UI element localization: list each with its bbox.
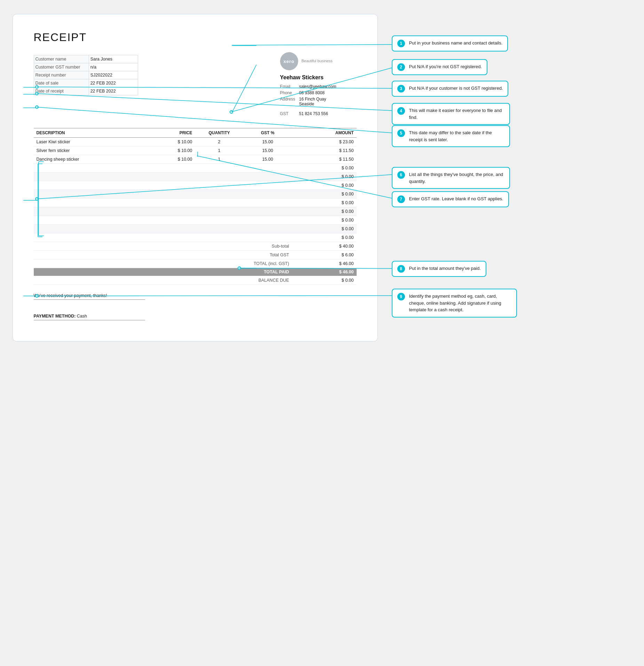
- empty-cell: [195, 233, 244, 242]
- company-detail-value: 16 Finch Quay Seaside: [299, 96, 339, 107]
- xero-logo: xero: [280, 52, 298, 70]
- info-value: 22 FEB 2022: [89, 79, 138, 87]
- total-value: $ 46.00: [292, 259, 357, 268]
- callout-text-3: Put N/A if your customer is not GST regi…: [409, 85, 503, 92]
- empty-cell: [146, 233, 195, 242]
- col-description: DESCRIPTION: [34, 128, 147, 138]
- empty-cell: [244, 199, 292, 207]
- empty-cell: [244, 190, 292, 199]
- empty-cell: [195, 216, 244, 225]
- gst-total-value: $ 6.00: [292, 251, 357, 259]
- company-section: xero Beautiful business Yeehaw Stickers …: [280, 52, 357, 117]
- col-quantity: QUANTITY: [195, 128, 244, 138]
- col-price: PRICE: [146, 128, 195, 138]
- empty-cell: [34, 216, 147, 225]
- xero-logo-area: xero Beautiful business: [280, 52, 357, 70]
- callout-1: 1 Put in your business name and contact …: [392, 35, 508, 51]
- item-cell: $ 11.50: [292, 155, 357, 164]
- callout-text-8: Put in the total amount they've paid.: [409, 265, 481, 272]
- empty-amount: $ 0.00: [292, 225, 357, 233]
- callout-number-5: 5: [397, 129, 405, 137]
- company-name: Yeehaw Stickers: [280, 74, 357, 81]
- empty-cell: [195, 207, 244, 216]
- info-value: 22 FEB 2022: [89, 87, 138, 95]
- item-cell: 15.00: [244, 138, 292, 146]
- callout-2: 2 Put N/A if you're not GST registered.: [392, 59, 488, 75]
- empty-cell: [195, 190, 244, 199]
- subtotal-label: Sub-total: [244, 242, 292, 251]
- subtotal-value: $ 40.00: [292, 242, 357, 251]
- col-amount: AMOUNT: [292, 128, 357, 138]
- callout-number-2: 2: [397, 63, 405, 71]
- item-cell: Dancing sheep sticker: [34, 155, 147, 164]
- empty-cell: [34, 181, 147, 190]
- item-cell: 2: [195, 138, 244, 146]
- item-cell: $ 10.00: [146, 146, 195, 155]
- balance-value: $ 0.00: [292, 276, 357, 285]
- items-section: DESCRIPTION PRICE QUANTITY GST % AMOUNT …: [34, 128, 357, 285]
- company-detail-value: sales@yeehaw.com: [299, 83, 339, 90]
- callout-text-7: Enter GST rate. Leave blank if no GST ap…: [409, 195, 503, 202]
- callout-text-2: Put N/A if you're not GST registered.: [409, 63, 482, 70]
- info-value: Sara Jones: [89, 55, 138, 63]
- payment-method-label: PAYMENT METHOD:: [34, 314, 76, 319]
- info-value: SJ2022022: [89, 71, 138, 79]
- total-label: TOTAL (incl. GST): [244, 259, 292, 268]
- empty-cell: [244, 225, 292, 233]
- item-cell: $ 11.50: [292, 146, 357, 155]
- empty-cell: [244, 181, 292, 190]
- customer-info-table: Customer nameSara JonesCustomer GST numb…: [34, 55, 138, 95]
- empty-cell: [195, 181, 244, 190]
- callout-number-1: 1: [397, 40, 405, 47]
- item-cell: Laser Kiwi sticker: [34, 138, 147, 146]
- callout-text-6: List all the things they've bought, the …: [409, 171, 504, 185]
- callout-number-4: 4: [397, 107, 405, 115]
- total-paid-value: $ 46.00: [292, 268, 357, 276]
- callout-text-4: This will make it easier for everyone to…: [409, 107, 504, 121]
- empty-cell: [195, 199, 244, 207]
- empty-amount: $ 0.00: [292, 181, 357, 190]
- empty-amount: $ 0.00: [292, 190, 357, 199]
- gst-value: 51 824 753 556: [299, 111, 331, 117]
- empty-cell: [146, 172, 195, 181]
- empty-cell: [146, 164, 195, 172]
- callout-4: 4 This will make it easier for everyone …: [392, 103, 510, 125]
- callout-number-9: 9: [397, 293, 405, 300]
- callout-5: 5 This date may differ to the sale date …: [392, 125, 510, 147]
- empty-amount: $ 0.00: [292, 172, 357, 181]
- balance-label: BALANCE DUE: [244, 276, 292, 285]
- empty-cell: [244, 207, 292, 216]
- empty-cell: [146, 207, 195, 216]
- callout-text-9: Identify the payment method eg, cash, ca…: [409, 293, 511, 313]
- empty-cell: [34, 207, 147, 216]
- callout-text-5: This date may differ to the sale date if…: [409, 129, 504, 143]
- thank-you-text: We've received your payment, thanks!: [34, 293, 145, 300]
- company-details-table: Emailsales@yeehaw.comPhone08 9388 8008Ad…: [280, 83, 339, 107]
- col-gst: GST %: [244, 128, 292, 138]
- empty-cell: [244, 233, 292, 242]
- info-label: Customer name: [34, 55, 89, 63]
- empty-cell: [195, 164, 244, 172]
- item-cell: 15.00: [244, 155, 292, 164]
- info-label: Date of sale: [34, 79, 89, 87]
- empty-cell: [244, 172, 292, 181]
- empty-amount: $ 0.00: [292, 164, 357, 172]
- callout-number-8: 8: [397, 265, 405, 273]
- empty-cell: [146, 190, 195, 199]
- item-cell: 1: [195, 155, 244, 164]
- empty-amount: $ 0.00: [292, 207, 357, 216]
- empty-amount: $ 0.00: [292, 199, 357, 207]
- info-value: n/a: [89, 63, 138, 71]
- callout-number-6: 6: [397, 171, 405, 179]
- xero-tagline: Beautiful business: [302, 58, 333, 64]
- empty-cell: [34, 225, 147, 233]
- receipt-header: Customer nameSara JonesCustomer GST numb…: [34, 52, 357, 117]
- company-gst-table: GST 51 824 753 556: [280, 111, 331, 117]
- gst-label: GST: [280, 111, 299, 117]
- items-table: DESCRIPTION PRICE QUANTITY GST % AMOUNT …: [34, 128, 357, 285]
- info-label: Receipt number: [34, 71, 89, 79]
- callout-number-7: 7: [397, 195, 405, 203]
- callout-text-1: Put in your business name and contact de…: [409, 40, 503, 47]
- callout-7: 7 Enter GST rate. Leave blank if no GST …: [392, 191, 509, 207]
- item-cell: $ 23.00: [292, 138, 357, 146]
